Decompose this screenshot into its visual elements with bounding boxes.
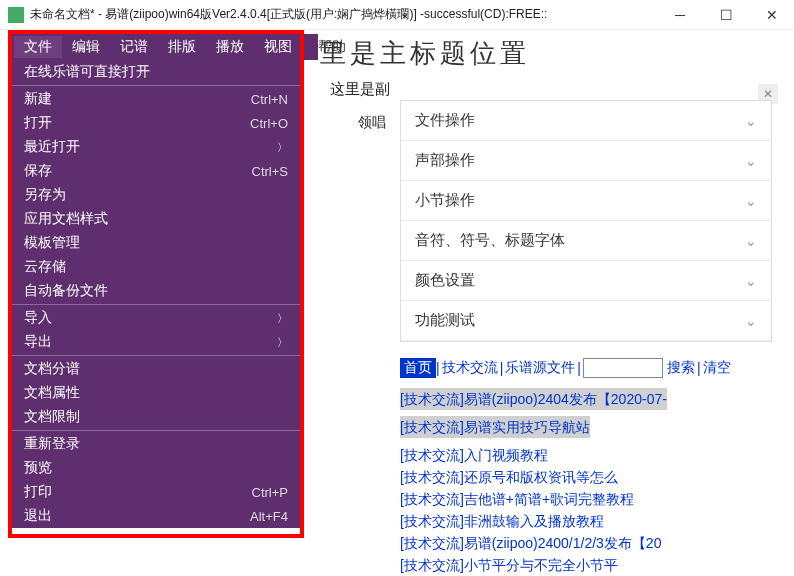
menu-docstyle[interactable]: 应用文档样式 — [10, 207, 302, 231]
menu-save[interactable]: 保存Ctrl+S — [10, 159, 302, 183]
menu-play[interactable]: 播放 — [206, 36, 254, 58]
post-link[interactable]: [技术交流]易谱(ziipoo)2400/1/2/3发布【20 — [400, 532, 772, 554]
menu-print[interactable]: 打印Ctrl+P — [10, 480, 302, 504]
acc-part-ops[interactable]: 声部操作⌄ — [401, 141, 771, 181]
doc-title: 里是主标题位置 — [320, 36, 530, 71]
nav-search[interactable]: 搜索 — [665, 359, 697, 377]
menu-saveas[interactable]: 另存为 — [10, 183, 302, 207]
forum-nav: 首页| 技术交流| 乐谱源文件| 搜索| 清空 — [400, 358, 772, 378]
menu-doclimit[interactable]: 文档限制 — [10, 405, 302, 429]
menu-file[interactable]: 文件 — [14, 36, 62, 58]
menubar: 文件 编辑 记谱 排版 播放 视图 — [10, 34, 318, 60]
menu-export[interactable]: 导出〉 — [10, 330, 302, 354]
search-input[interactable] — [583, 358, 663, 378]
chevron-right-icon: 〉 — [277, 335, 288, 350]
maximize-button[interactable]: ☐ — [712, 4, 740, 26]
post-link[interactable]: [技术交流]小节平分与不完全小节平 — [400, 554, 772, 576]
acc-color[interactable]: 颜色设置⌄ — [401, 261, 771, 301]
chevron-down-icon: ⌄ — [745, 273, 757, 289]
menu-exit[interactable]: 退出Alt+F4 — [10, 504, 302, 528]
nav-clear[interactable]: 清空 — [701, 359, 733, 377]
side-panel: 文件操作⌄ 声部操作⌄ 小节操作⌄ 音符、符号、标题字体⌄ 颜色设置⌄ 功能测试… — [400, 100, 772, 342]
chevron-right-icon: 〉 — [277, 140, 288, 155]
file-menu-dropdown: 在线乐谱可直接打开 新建Ctrl+N 打开Ctrl+O 最近打开〉 保存Ctrl… — [10, 60, 302, 528]
post-link[interactable]: [技术交流]易谱(ziipoo)2404发布【2020-07- — [400, 388, 667, 410]
menu-new[interactable]: 新建Ctrl+N — [10, 87, 302, 111]
chevron-down-icon: ⌄ — [745, 193, 757, 209]
post-link[interactable]: [技术交流]非洲鼓输入及播放教程 — [400, 510, 772, 532]
menu-template[interactable]: 模板管理 — [10, 231, 302, 255]
post-link[interactable]: [技术交流]还原号和版权资讯等怎么 — [400, 466, 772, 488]
menu-edit[interactable]: 编辑 — [62, 36, 110, 58]
doc-subtitle: 这里是副 — [330, 80, 390, 99]
menu-import[interactable]: 导入〉 — [10, 306, 302, 330]
chevron-down-icon: ⌄ — [745, 313, 757, 329]
doc-lead-label: 领唱 — [358, 114, 386, 132]
menu-view[interactable]: 视图 — [254, 36, 302, 58]
menu-docsplit[interactable]: 文档分谱 — [10, 357, 302, 381]
app-icon — [8, 7, 24, 23]
menu-preview[interactable]: 预览 — [10, 456, 302, 480]
acc-fonts[interactable]: 音符、符号、标题字体⌄ — [401, 221, 771, 261]
post-link[interactable]: [技术交流]入门视频教程 — [400, 444, 772, 466]
close-button[interactable]: ✕ — [758, 4, 786, 26]
menu-cloud[interactable]: 云存储 — [10, 255, 302, 279]
menu-open[interactable]: 打开Ctrl+O — [10, 111, 302, 135]
minimize-button[interactable]: ─ — [666, 4, 694, 26]
acc-bar-ops[interactable]: 小节操作⌄ — [401, 181, 771, 221]
menu-online-score[interactable]: 在线乐谱可直接打开 — [10, 60, 302, 84]
menu-notation[interactable]: 记谱 — [110, 36, 158, 58]
window-title: 未命名文档* - 易谱(ziipoo)win64版Ver2.4.0.4[正式版(… — [30, 6, 666, 23]
acc-test[interactable]: 功能测试⌄ — [401, 301, 771, 341]
chevron-right-icon: 〉 — [277, 311, 288, 326]
chevron-down-icon: ⌄ — [745, 233, 757, 249]
post-link[interactable]: [技术交流]吉他谱+简谱+歌词完整教程 — [400, 488, 772, 510]
chevron-down-icon: ⌄ — [745, 113, 757, 129]
chevron-down-icon: ⌄ — [745, 153, 757, 169]
menu-autobackup[interactable]: 自动备份文件 — [10, 279, 302, 303]
post-link[interactable]: [技术交流]易谱实用技巧导航站 — [400, 416, 590, 438]
menu-relogin[interactable]: 重新登录 — [10, 432, 302, 456]
nav-home[interactable]: 首页 — [400, 358, 436, 378]
acc-file-ops[interactable]: 文件操作⌄ — [401, 101, 771, 141]
menu-recent[interactable]: 最近打开〉 — [10, 135, 302, 159]
nav-tech[interactable]: 技术交流 — [440, 359, 500, 377]
menu-layout[interactable]: 排版 — [158, 36, 206, 58]
menu-docprop[interactable]: 文档属性 — [10, 381, 302, 405]
post-list: [技术交流]易谱(ziipoo)2404发布【2020-07- [技术交流]易谱… — [400, 388, 772, 576]
nav-source[interactable]: 乐谱源文件 — [503, 359, 577, 377]
